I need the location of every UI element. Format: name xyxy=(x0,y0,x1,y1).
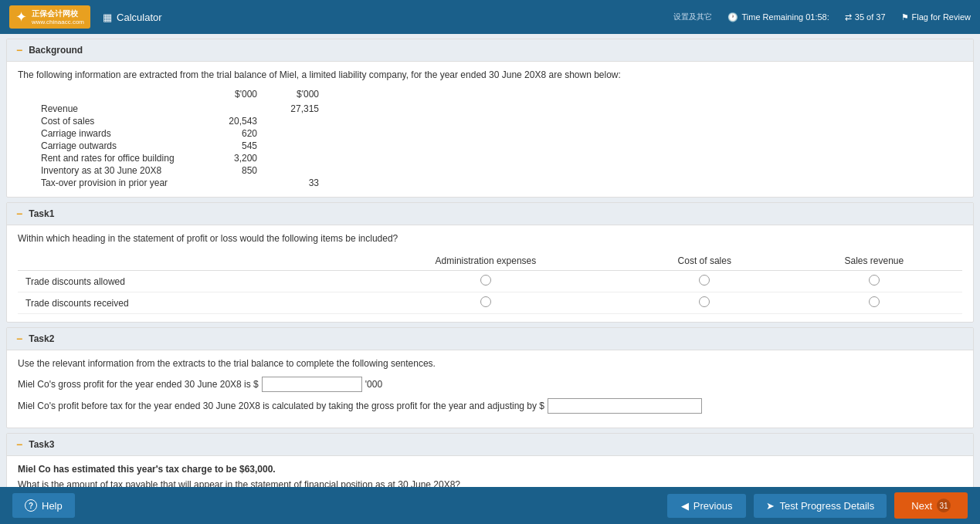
table-row: Tax-over provision in prior year33 xyxy=(41,177,334,189)
next-button[interactable]: Next 31 xyxy=(894,492,968,519)
table-row: Trade discounts received xyxy=(18,292,962,314)
task2-collapse-icon: − xyxy=(16,333,22,345)
radio-received-admin[interactable] xyxy=(480,296,491,307)
footer: ? Help ◀ Previous ➤ Test Progress Detail… xyxy=(0,487,980,524)
background-section-header[interactable]: − Background xyxy=(7,39,973,62)
collapse-icon: − xyxy=(16,44,22,56)
table-row: Carriage inwards620 xyxy=(41,127,334,140)
radio-received-sales[interactable] xyxy=(869,296,880,307)
clock-icon: 🕐 xyxy=(727,12,738,22)
table-row: Carriage outwards545 xyxy=(41,140,334,152)
task2-line2: Miel Co's profit before tax for the year… xyxy=(18,398,962,414)
table-row: Cost of sales20,543 xyxy=(41,115,334,127)
table-row: Revenue27,315 xyxy=(41,103,334,115)
task2-line2-prefix: Miel Co's profit before tax for the year… xyxy=(18,401,544,411)
task3-label: Task3 xyxy=(29,439,54,450)
task1-section: − Task1 Within which heading in the stat… xyxy=(6,202,974,323)
previous-button[interactable]: ◀ Previous xyxy=(667,494,747,518)
task3-bold-text: Miel Co has estimated this year's tax ch… xyxy=(18,464,962,475)
calculator-link[interactable]: ▦ Calculator xyxy=(103,12,162,23)
task2-line1-prefix: Miel Co's gross profit for the year ende… xyxy=(18,379,259,390)
col-admin: Administration expenses xyxy=(348,252,623,271)
logo: ✦ 正保会计网校 www.chinaacc.com xyxy=(9,5,90,29)
background-label: Background xyxy=(29,45,83,56)
task1-table: Administration expenses Cost of sales Sa… xyxy=(18,252,962,314)
prev-icon: ◀ xyxy=(681,500,689,512)
help-icon: ? xyxy=(25,499,37,512)
radio-allowed-admin[interactable] xyxy=(480,275,491,286)
task2-header[interactable]: − Task2 xyxy=(7,328,973,350)
table-row: Inventory as at 30 June 20X8850 xyxy=(41,164,334,177)
next-count-badge: 31 xyxy=(937,499,951,512)
task2-adjusting-input[interactable] xyxy=(548,398,702,414)
task3-header[interactable]: − Task3 xyxy=(7,434,973,456)
progress-arrow-icon: ➤ xyxy=(766,500,775,512)
radio-received-cost[interactable] xyxy=(699,296,710,307)
flag-review[interactable]: ⚑ Flag for Review xyxy=(901,12,971,22)
background-section: − Background The following information a… xyxy=(6,39,974,198)
progress-indicator: ⇄ 35 of 37 xyxy=(845,12,886,22)
task2-instruction: Use the relevant information from the ex… xyxy=(18,358,962,369)
logo-text: 正保会计网校 xyxy=(32,9,84,19)
header-right: 设置及其它 🕐 Time Remaining 01:58: ⇄ 35 of 37… xyxy=(673,12,971,22)
col-cost: Cost of sales xyxy=(623,252,786,271)
task3-section: − Task3 Miel Co has estimated this year'… xyxy=(6,433,974,487)
task2-body: Use the relevant information from the ex… xyxy=(7,350,973,428)
intro-text: The following information are extracted … xyxy=(18,69,962,80)
trial-balance-table: $'000 $'000 Revenue27,315 Cost of sales2… xyxy=(41,88,962,189)
flag-icon: ⚑ xyxy=(901,12,909,22)
task3-body: Miel Co has estimated this year's tax ch… xyxy=(7,456,973,487)
task2-line1: Miel Co's gross profit for the year ende… xyxy=(18,377,962,392)
radio-allowed-cost[interactable] xyxy=(699,275,710,286)
test-progress-button[interactable]: ➤ Test Progress Details xyxy=(754,494,887,518)
settings-link[interactable]: 设置及其它 xyxy=(673,12,712,22)
main-content: − Background The following information a… xyxy=(0,34,980,487)
task1-header[interactable]: − Task1 xyxy=(7,203,973,225)
task1-question: Within which heading in the statement of… xyxy=(18,233,962,244)
background-body: The following information are extracted … xyxy=(7,62,973,197)
col-sales: Sales revenue xyxy=(786,252,962,271)
table-row: Rent and rates for office building3,200 xyxy=(41,152,334,164)
row-label: Trade discounts received xyxy=(18,292,348,314)
progress-icon: ⇄ xyxy=(845,12,852,22)
task1-body: Within which heading in the statement of… xyxy=(7,225,973,322)
radio-allowed-sales[interactable] xyxy=(869,275,880,286)
logo-sub: www.chinaacc.com xyxy=(32,19,84,25)
help-button[interactable]: ? Help xyxy=(12,493,75,518)
header-left: ✦ 正保会计网校 www.chinaacc.com ▦ Calculator xyxy=(9,5,162,29)
time-remaining: 🕐 Time Remaining 01:58: xyxy=(727,12,829,22)
logo-icon: ✦ xyxy=(15,8,27,25)
task3-collapse-icon: − xyxy=(16,438,22,451)
footer-right: ◀ Previous ➤ Test Progress Details Next … xyxy=(667,492,968,519)
task2-label: Task2 xyxy=(29,333,54,344)
header: ✦ 正保会计网校 www.chinaacc.com ▦ Calculator 设… xyxy=(0,0,980,34)
task2-line1-suffix: '000 xyxy=(365,379,382,390)
task1-collapse-icon: − xyxy=(16,208,22,220)
task1-label: Task1 xyxy=(29,208,54,219)
table-row: Trade discounts allowed xyxy=(18,271,962,292)
calculator-icon: ▦ xyxy=(103,12,112,23)
task3-q1: What is the amount of tax payable that w… xyxy=(18,479,962,487)
row-label: Trade discounts allowed xyxy=(18,271,348,292)
task2-section: − Task2 Use the relevant information fro… xyxy=(6,327,974,428)
task2-gross-profit-input[interactable] xyxy=(262,377,362,392)
